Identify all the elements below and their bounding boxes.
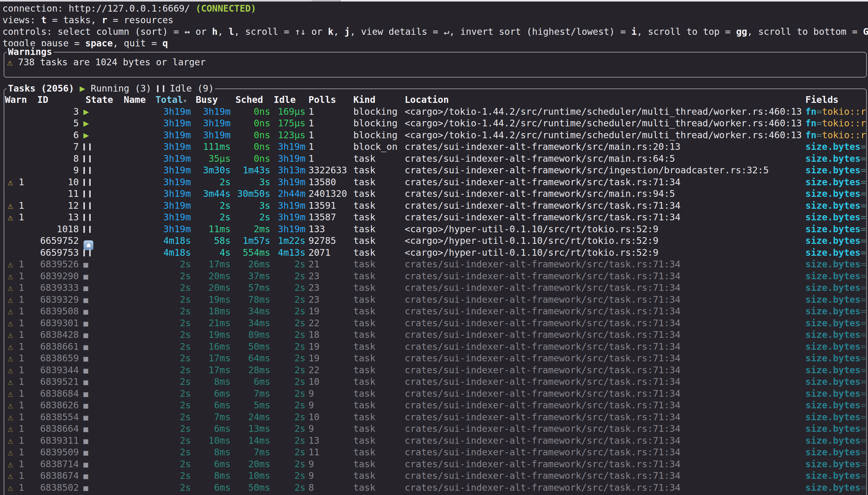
column-header-id[interactable]: ID (32, 94, 79, 106)
text-segment: size.bytes (805, 141, 861, 152)
cell-polls: 9 (305, 388, 350, 400)
duration-value: 2s (180, 282, 191, 293)
cell-total: 2s (155, 411, 191, 423)
table-row[interactable]: 83h19m35µs0ns3h19m1taskcrates/sui-indexe… (4, 153, 866, 165)
table-row[interactable]: 5▶3h19m3h19m0ns175µs1blocking<cargo>/tok… (4, 118, 866, 130)
duration-value: 2s (180, 470, 191, 481)
table-row[interactable]: ⚠ 16839329■2s19ms78ms2s23taskcrates/sui-… (4, 294, 866, 306)
table-row[interactable]: ⚠ 16838502■2s6ms50ms2s8taskcrates/sui-in… (4, 482, 866, 494)
duration-value: 4m18s (163, 235, 191, 246)
cell-warn: ⚠ 1 (4, 211, 32, 223)
cell-fields: size.bytes= (802, 200, 866, 212)
duration-value: 3m44s (203, 188, 231, 199)
cell-state: ■ (79, 458, 124, 471)
completed-icon: ■ (83, 366, 88, 375)
duration-value: 7ms (254, 388, 270, 399)
column-header-kind[interactable]: Kind (350, 94, 402, 106)
duration-value: 3h19m (278, 212, 305, 222)
cell-id: 6659752 (32, 235, 79, 247)
table-row[interactable]: 73h19m111ms0ns3h19m1block_oncrates/sui-i… (4, 141, 866, 153)
cell-kind: task (350, 399, 402, 411)
cell-busy: 17ms (191, 364, 231, 376)
cell-location: crates/sui-indexer-alt-framework/src/tas… (402, 318, 802, 329)
duration-value: 2s (180, 447, 191, 458)
table-row[interactable]: ⚠ 16839290■2s20ms37ms2s23taskcrates/sui-… (4, 270, 866, 282)
table-row[interactable]: ⚠ 1133h19m2s2s3h19m13587taskcrates/sui-i… (4, 211, 866, 223)
table-row[interactable]: ⚠ 16838684■2s6ms7ms2s9taskcrates/sui-ind… (4, 388, 866, 400)
text-segment: size.bytes (805, 376, 861, 387)
cell-idle: 2s (270, 294, 305, 306)
column-header-sched[interactable]: Sched (231, 94, 270, 106)
table-row[interactable]: ⚠ 16839526■2s17ms26ms2s21taskcrates/sui-… (4, 258, 866, 270)
table-row[interactable]: ⚠ 16839311■2s10ms14ms2s13taskcrates/sui-… (4, 435, 866, 447)
table-row[interactable]: ⚠ 16839509■2s8ms7ms2s11taskcrates/sui-in… (4, 446, 866, 458)
pause-icon (83, 202, 91, 209)
duration-value: 89ms (248, 329, 270, 340)
table-row[interactable]: ⚠ 16839508■2s18ms34ms2s19taskcrates/sui-… (4, 306, 866, 318)
cell-state: ■ (79, 329, 124, 341)
column-header-polls[interactable]: Polls (305, 94, 350, 106)
table-row[interactable]: ⚠ 16839333■2s20ms57ms2s23taskcrates/sui-… (4, 282, 866, 294)
table-row[interactable]: 93h19m3m30s1m43s3h13m3322633taskcrates/s… (4, 165, 866, 176)
table-row[interactable]: 66597534m18s4s554ms4m13s2071task<cargo>/… (4, 247, 866, 259)
cell-fields: size.bytes= (802, 364, 866, 376)
column-header-total[interactable]: Total▿ (155, 94, 191, 107)
table-row[interactable]: ⚠ 16838659■2s17ms64ms2s19taskcrates/sui-… (4, 353, 866, 364)
cell-fields: size.bytes= (802, 258, 866, 270)
table-row[interactable]: 6▶3h19m3h19m0ns123µs1blocking<cargo>/tok… (4, 130, 866, 141)
text-segment: , scroll to top = (637, 26, 736, 37)
cell-sched: 0ns (231, 130, 270, 141)
table-row[interactable]: ⚠ 16838661■2s16ms50ms2s19taskcrates/sui-… (4, 341, 866, 353)
completed-icon: ■ (83, 284, 88, 293)
text-segment: = (816, 118, 822, 129)
duration-value: 0ns (254, 153, 270, 164)
column-header-fields[interactable]: Fields (802, 94, 866, 106)
column-header-name[interactable]: Name (124, 94, 155, 106)
text-segment: G (863, 26, 868, 37)
table-row[interactable]: 10183h19m11ms2ms3h19m133task<cargo>/hype… (4, 223, 866, 235)
table-row[interactable]: ⚠ 16838554■2s7ms24ms2s10taskcrates/sui-i… (4, 411, 866, 423)
cell-warn: ⚠ 1 (4, 282, 32, 294)
column-header-loc[interactable]: Location (402, 94, 802, 106)
table-row[interactable]: 113h19m3m44s30m50s2h44m2401320taskcrates… (4, 188, 866, 200)
column-header-busy[interactable]: Busy (191, 94, 231, 106)
cell-kind: task (350, 165, 402, 176)
warning-icon: ⚠ (7, 318, 13, 328)
table-row[interactable]: ⚠ 16839301■2s21ms34ms2s22taskcrates/sui-… (4, 318, 866, 329)
cell-location: <cargo>/tokio-1.44.2/src/runtime/schedul… (402, 130, 802, 141)
cell-warn: ⚠ 1 (4, 176, 32, 188)
cell-kind: task (350, 376, 402, 388)
cell-sched: 89ms (231, 329, 270, 341)
text-segment: = (861, 282, 866, 293)
table-row[interactable]: 66597524m18s58s1m57s1m22s92785task<cargo… (4, 235, 866, 247)
warning-icon: ⚠ (7, 365, 13, 375)
cell-warn: ⚠ 1 (4, 458, 32, 470)
table-row[interactable]: ⚠ 16838626■2s6ms5ms2s9taskcrates/sui-ind… (4, 399, 866, 411)
table-row[interactable]: ⚠ 16838428■2s19ms89ms2s18taskcrates/sui-… (4, 329, 866, 341)
cell-id: 6839329 (32, 294, 79, 306)
cell-idle: 2s (270, 318, 305, 329)
table-row[interactable]: ⚠ 16839521■2s8ms6ms2s10taskcrates/sui-in… (4, 376, 866, 388)
table-row[interactable]: ⚠ 1123h19m2s3s3h19m13591taskcrates/sui-i… (4, 200, 866, 212)
column-header-state[interactable]: State (79, 94, 124, 106)
table-row[interactable]: ⚠ 1103h19m2s3s3h19m13580taskcrates/sui-i… (4, 176, 866, 188)
warning-count: 1 (13, 400, 24, 410)
duration-value: 2s (220, 212, 231, 222)
cell-location: crates/sui-indexer-alt-framework/src/mai… (402, 153, 802, 165)
text-segment: size.bytes (805, 177, 861, 187)
cell-idle: 2s (270, 306, 305, 318)
cell-polls: 21 (305, 258, 350, 270)
column-header-idle[interactable]: Idle (270, 94, 305, 106)
duration-value: 2s (295, 388, 305, 399)
cell-sched: 37ms (231, 270, 270, 282)
duration-value: 20ms (208, 282, 231, 293)
table-row[interactable]: ⚠ 16839344■2s17ms28ms2s22taskcrates/sui-… (4, 364, 866, 376)
table-row[interactable]: ⚠ 16838674■2s8ms10ms2s9taskcrates/sui-in… (4, 470, 866, 482)
cell-busy: 6ms (191, 458, 231, 470)
table-row[interactable]: ⚠ 16838714■2s6ms20ms2s9taskcrates/sui-in… (4, 458, 866, 470)
cell-idle: 175µs (270, 118, 305, 130)
table-row[interactable]: 3▶3h19m3h19m0ns169µs1blocking<cargo>/tok… (4, 106, 866, 118)
warning-icon: ⚠ (7, 376, 13, 387)
column-header-warn[interactable]: Warn (4, 94, 32, 106)
table-row[interactable]: ⚠ 16838664■2s6ms13ms2s9taskcrates/sui-in… (4, 423, 866, 435)
